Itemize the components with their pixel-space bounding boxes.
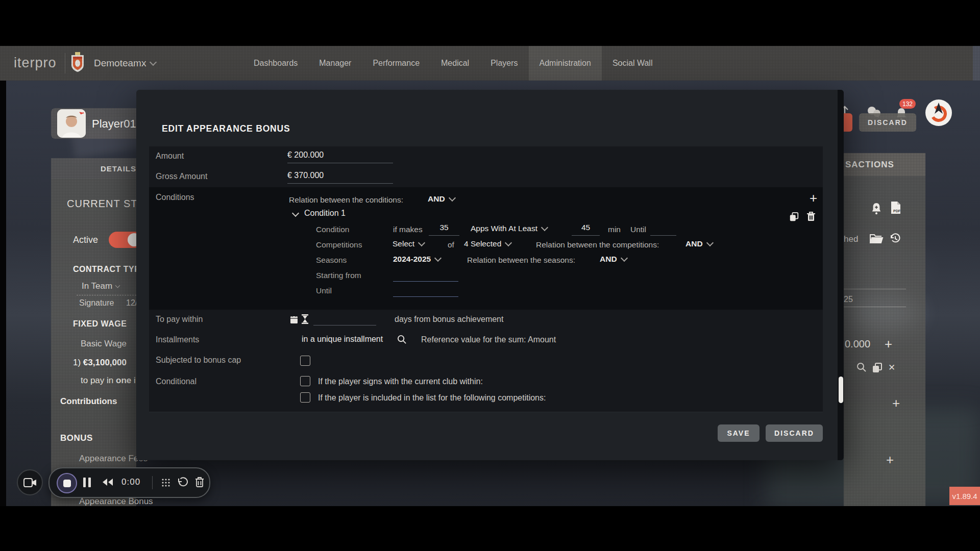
seasons-value: 2024-2025	[393, 255, 431, 264]
user-avatar[interactable]	[925, 99, 952, 127]
restart-icon[interactable]	[177, 477, 188, 488]
competitions-row-label: Competitions	[316, 240, 362, 249]
search-icon[interactable]	[397, 335, 407, 344]
appearance-bonus-item[interactable]: Appearance Bonus	[79, 496, 153, 507]
search-icon[interactable]	[856, 362, 867, 372]
version-badge: v1.89.4	[949, 487, 980, 505]
fixed-wage-heading: FIXED WAGE	[73, 319, 127, 329]
conditional-option1-label: If the player signs with the current clu…	[318, 377, 483, 386]
conditional-list-checkbox[interactable]	[300, 392, 310, 403]
nav-item-dashboards[interactable]: Dashboards	[243, 46, 308, 81]
chevron-down-icon	[292, 210, 299, 217]
delete-condition-icon[interactable]	[806, 211, 816, 222]
player-name: Player01	[92, 117, 136, 131]
nav-item-administration[interactable]: Administration	[529, 46, 602, 81]
copy-icon[interactable]	[872, 362, 883, 373]
wage-amount-line: 1) €3,100,000	[73, 358, 127, 368]
pdf-label: PDF	[893, 209, 901, 213]
window-edge	[973, 46, 980, 81]
team-selector[interactable]: Demoteamx	[94, 46, 156, 81]
history-icon[interactable]	[889, 233, 901, 245]
modal-scrollbar-thumb[interactable]	[839, 377, 843, 403]
add-icon[interactable]: +	[886, 452, 894, 468]
modal-discard-button[interactable]: DISCARD	[766, 424, 823, 442]
bonus-cap-checkbox[interactable]	[300, 356, 310, 366]
bonus-cap-label: Subjected to bonus cap	[156, 356, 241, 365]
chevron-down-icon	[150, 59, 157, 66]
calendar-small-icon[interactable]	[290, 315, 298, 324]
gross-amount-label: Gross Amount	[156, 172, 207, 181]
duplicate-condition-icon[interactable]	[789, 212, 799, 222]
reference-label: Reference value for the sum: Amount	[421, 335, 556, 344]
add-condition-icon[interactable]: +	[810, 190, 817, 206]
brand-logo[interactable]: iterpro	[14, 55, 57, 71]
row-divider	[844, 289, 906, 289]
stop-icon	[63, 480, 71, 487]
starting-from-label: Starting from	[316, 271, 361, 280]
contract-row-divider	[77, 295, 136, 295]
modal-title: EDIT APPEARANCE BONUS	[162, 123, 290, 134]
apps-count-input[interactable]: 35	[429, 223, 459, 236]
top-black-bar	[0, 0, 980, 46]
details-tab[interactable]: DETAILS	[51, 158, 136, 179]
until-date-input[interactable]	[393, 284, 458, 297]
pause-button[interactable]	[83, 478, 91, 487]
amount-label: Amount	[156, 152, 184, 161]
condition-group-toggle[interactable]: Condition 1	[293, 209, 346, 218]
competitions-selected-select[interactable]: 4 Selected	[464, 239, 511, 248]
nav-items: Dashboards Manager Performance Medical P…	[243, 46, 663, 81]
stop-record-button[interactable]	[57, 473, 77, 493]
nav-item-social-wall[interactable]: Social Wall	[602, 46, 664, 81]
gross-amount-input[interactable]: € 370.000	[287, 171, 393, 184]
competitions-select[interactable]: Select	[393, 239, 424, 248]
seasons-select[interactable]: 2024-2025	[393, 255, 440, 264]
min-label: min	[608, 225, 621, 234]
drag-handle-icon[interactable]	[161, 478, 171, 488]
relation-competitions-select[interactable]: AND	[685, 239, 713, 248]
player-photo	[57, 109, 86, 138]
chevron-down-icon	[706, 239, 714, 246]
conditions-block: Conditions Relation between the conditio…	[149, 187, 823, 310]
camera-button[interactable]	[17, 469, 43, 495]
trash-icon[interactable]	[195, 477, 204, 488]
wage-note-bold: one	[116, 375, 131, 385]
bell-plus-icon[interactable]	[871, 202, 882, 215]
apps-type-select[interactable]: Apps With At Least	[471, 224, 547, 233]
hourglass-icon[interactable]	[302, 314, 308, 324]
amount-partial-value: 0.000	[845, 338, 870, 350]
amount-input[interactable]: € 200.000	[287, 151, 393, 163]
screen: iterpro Demoteamx Dashboards Manager Per…	[0, 0, 980, 551]
page-discard-button[interactable]: DISCARD	[859, 113, 916, 132]
save-button[interactable]: SAVE	[718, 424, 760, 442]
add-icon[interactable]: +	[892, 395, 900, 411]
days-input[interactable]	[313, 313, 376, 325]
to-pay-within-label: To pay within	[156, 315, 203, 324]
pdf-file-icon[interactable]: PDF	[890, 201, 901, 214]
until-input[interactable]	[650, 223, 676, 236]
add-icon[interactable]: +	[885, 336, 892, 352]
nav-item-manager[interactable]: Manager	[308, 46, 362, 81]
starting-from-input[interactable]	[393, 269, 458, 282]
relation-conditions-value: AND	[428, 194, 445, 204]
installments-select[interactable]: in a unique installment	[302, 335, 383, 344]
relation-conditions-label: Relation between the conditions:	[289, 195, 403, 205]
relation-conditions-select[interactable]: AND	[428, 194, 455, 204]
top-nav-bar: iterpro Demoteamx Dashboards Manager Per…	[0, 46, 980, 81]
condition-group-title: Condition 1	[304, 209, 346, 218]
nav-item-performance[interactable]: Performance	[362, 46, 430, 81]
chevron-down-icon	[449, 194, 456, 202]
nav-item-medical[interactable]: Medical	[430, 46, 480, 81]
rewind-icon[interactable]	[102, 478, 113, 486]
relation-seasons-select[interactable]: AND	[600, 255, 627, 264]
nav-item-players[interactable]: Players	[480, 46, 528, 81]
conditional-signs-checkbox[interactable]	[300, 376, 310, 386]
recorder-toolbar: 0:00	[48, 467, 210, 498]
team-name: Demoteamx	[94, 58, 146, 69]
contract-type-select[interactable]: In Team	[82, 281, 119, 291]
folder-open-icon[interactable]	[869, 234, 884, 244]
minutes-input[interactable]: 45	[572, 223, 600, 236]
installments-row: Installments in a unique installment Ref…	[149, 330, 823, 351]
conditional-label: Conditional	[156, 377, 197, 386]
chevron-down-icon	[434, 255, 442, 262]
close-icon[interactable]: ✕	[888, 362, 895, 373]
